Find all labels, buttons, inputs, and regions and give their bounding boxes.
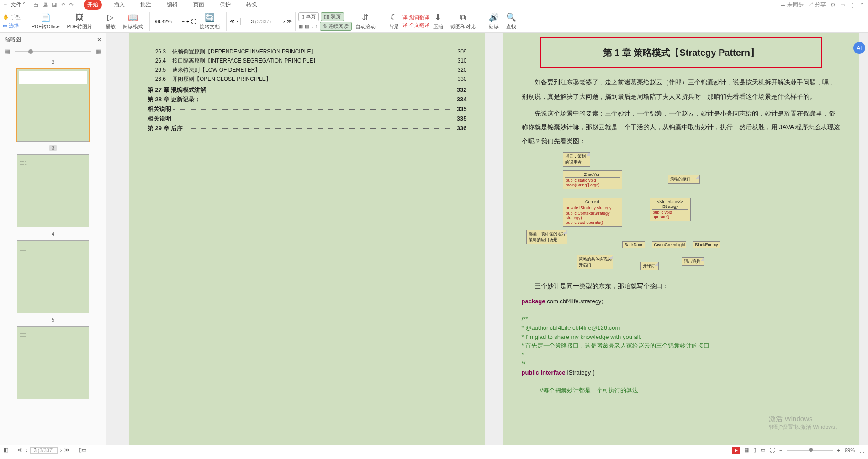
save-icon[interactable]: 🖫	[52, 2, 57, 8]
list-view-icon[interactable]: ▤	[305, 23, 309, 29]
grid-large-icon[interactable]: ▦	[96, 48, 101, 55]
thumbnail-page-5[interactable]: —————————	[17, 326, 89, 399]
fit-icon[interactable]: ⛶	[191, 19, 196, 24]
tab-annotate[interactable]: 批注	[137, 0, 155, 10]
arrow-down-icon[interactable]: ↓	[311, 23, 314, 29]
prev-page-icon[interactable]: ‹	[26, 448, 27, 453]
thumbnail-page-3[interactable]: — — — —▭ ▭ ▭— — —	[17, 154, 89, 227]
last-page-icon[interactable]: ≫	[287, 18, 292, 24]
compress[interactable]: ⬇压缩	[429, 12, 447, 30]
play-button[interactable]: ▷播放	[102, 12, 119, 30]
page-left-toc: 26.3依赖倒置原则【DEPENDENCE INVERSION PRINCIPL…	[129, 33, 485, 445]
single-page[interactable]: ▯ 单页	[298, 12, 319, 21]
reading-mode[interactable]: 📖阅读模式	[119, 12, 147, 30]
sidepanel-toggle-icon[interactable]: ◧	[4, 447, 8, 453]
play-slideshow-button[interactable]: ▶	[732, 447, 740, 454]
screenshot-compare[interactable]: ⧉截图和对比	[447, 13, 479, 30]
pdf-to-image[interactable]: 🖼PDF转图片	[64, 13, 96, 30]
close-sidebar-icon[interactable]: ✕	[97, 37, 101, 43]
fit-width-icon[interactable]: ⛶	[770, 448, 775, 453]
tab-protect[interactable]: 保护	[216, 0, 234, 10]
toc-item[interactable]: 26.4接口隔离原则【INTERFACE SEGREGATION PRINCIP…	[148, 57, 467, 65]
collapse-ribbon-icon[interactable]: ⌃	[860, 2, 864, 8]
continuous-reading[interactable]: ⇅ 连续阅读	[320, 22, 352, 31]
view-mode-icon-1[interactable]: ▦	[744, 447, 749, 453]
toc-item[interactable]: 26.6开闭原则【OPEN CLOSE PRINCIPLE】330	[148, 75, 467, 83]
zoom-level[interactable]: 99.42%	[153, 18, 180, 25]
gear-icon[interactable]: ⚙	[831, 2, 836, 8]
thumbnail-page-2[interactable]	[17, 69, 89, 142]
toc-item[interactable]: 26.5迪米特法则【LOW OF DEMETER】320	[148, 66, 467, 74]
toc-item[interactable]: 26.3依赖倒置原则【DEPENDENCE INVERSION PRINCIPL…	[148, 48, 467, 56]
tab-page[interactable]: 页面	[190, 0, 208, 10]
auto-scroll[interactable]: ⇵自动滚动	[352, 12, 379, 30]
zoom-out-icon[interactable]: −	[182, 19, 185, 24]
redo-icon[interactable]: ↷	[69, 2, 74, 8]
thumb-pagenum: 5	[52, 317, 54, 322]
full-translate[interactable]: 译 全文翻译	[402, 22, 429, 29]
thumb-pagenum: 4	[52, 231, 54, 237]
statusbar-right: ▶ ▦ ▯ ▭ ⛶ − + 99% ⛶	[732, 447, 864, 454]
uml-note: 阻击追兵	[682, 257, 704, 266]
rotate-doc[interactable]: 🔄旋转文档	[196, 12, 223, 30]
ribbon-toolbar: ✋ 手型 ▭ 选择 📄PDF转Office 🖼PDF转图片 ▷播放 📖阅读模式 …	[0, 10, 868, 33]
search-icon: 🔍	[506, 12, 516, 22]
thumbnail-page-4[interactable]: ————————————	[17, 240, 89, 313]
select-tool[interactable]: ▭ 选择	[3, 22, 22, 29]
view-mode-icon-3[interactable]: ▭	[761, 447, 765, 453]
fullscreen-icon[interactable]: ⛶	[859, 448, 864, 453]
next-page-icon[interactable]: ›	[60, 448, 62, 453]
word-translate[interactable]: 译 划词翻译	[402, 14, 429, 21]
undo-icon[interactable]: ↶	[61, 2, 65, 8]
toc-chapter[interactable]: 第 29 章 后序336	[148, 124, 467, 132]
prev-page-icon[interactable]: ‹	[237, 19, 238, 24]
status-zoom-level[interactable]: 99%	[845, 448, 855, 453]
ai-assistant-button[interactable]: AI	[853, 42, 865, 54]
zoom-in-icon[interactable]: +	[837, 448, 840, 453]
status-zoom-slider[interactable]	[787, 450, 833, 451]
background[interactable]: ☾背景	[385, 12, 402, 30]
read-aloud[interactable]: 🔊朗读	[485, 12, 503, 30]
status-page-input[interactable]: 3 (3/337)	[30, 447, 58, 454]
tab-edit[interactable]: 编辑	[163, 0, 181, 10]
tab-insert[interactable]: 插入	[110, 0, 128, 10]
thumb-size-slider[interactable]	[15, 51, 91, 52]
last-page-icon[interactable]: ≫	[64, 447, 70, 453]
layout-icon-2[interactable]: ▭	[82, 447, 86, 453]
open-icon[interactable]: 🗀	[33, 2, 39, 8]
toc-chapter[interactable]: 第 28 章 更新记录：334	[148, 95, 467, 104]
more-icon[interactable]: ⋮	[850, 2, 855, 8]
app-menu-icon[interactable]: ≡	[4, 2, 7, 8]
thumbnail-list[interactable]: 2 3 — — — —▭ ▭ ▭— — — 4 ———————————— 5 —…	[0, 57, 106, 445]
zoom-in-icon[interactable]: +	[186, 19, 189, 24]
page-input[interactable]: 3 (3/337)	[240, 18, 281, 25]
find[interactable]: 🔍查找	[503, 12, 520, 30]
first-page-icon[interactable]: ≪	[229, 18, 235, 24]
hand-tool[interactable]: ✋ 手型	[3, 14, 22, 21]
zoom-out-icon[interactable]: −	[779, 448, 782, 453]
image-icon: 🖼	[75, 13, 84, 22]
double-page[interactable]: ▯▯ 双页	[321, 12, 344, 21]
toc-chapter[interactable]: 相关说明335	[148, 115, 467, 123]
uml-note: 开绿灯	[640, 262, 659, 270]
file-menu[interactable]: 文件 ˅	[9, 1, 27, 9]
share-button[interactable]: ↗ 分享	[808, 1, 826, 9]
tab-start[interactable]: 开始	[84, 0, 102, 10]
main-area: 缩略图 ✕ ▦ ▦ 2 3 — — — —▭ ▭ ▭— — — 4 ——————…	[0, 33, 868, 445]
toc-chapter[interactable]: 第 27 章 混编模式讲解332	[148, 86, 467, 94]
tab-convert[interactable]: 转换	[243, 0, 261, 10]
thumb-view-icon[interactable]: ▦	[298, 23, 303, 29]
sync-status[interactable]: ☁ 未同步	[780, 1, 803, 9]
chapter-title: 第 1 章 策略模式【Strategy Pattern】	[540, 37, 823, 68]
arrow-up-icon[interactable]: ↑	[315, 23, 318, 29]
view-mode-icon-2[interactable]: ▯	[753, 447, 756, 453]
first-page-icon[interactable]: ≪	[17, 447, 23, 453]
window-icon[interactable]: ▭	[840, 2, 845, 8]
grid-small-icon[interactable]: ▦	[5, 48, 10, 55]
document-viewport[interactable]: AI 26.3依赖倒置原则【DEPENDENCE INVERSION PRINC…	[106, 33, 868, 445]
pdf-to-office[interactable]: 📄PDF转Office	[28, 12, 64, 30]
toc-chapter[interactable]: 相关说明335	[148, 105, 467, 113]
print-icon[interactable]: 🖶	[42, 2, 48, 8]
next-page-icon[interactable]: ›	[283, 19, 285, 24]
zoom-group: 99.42% − + ⛶	[153, 18, 196, 25]
